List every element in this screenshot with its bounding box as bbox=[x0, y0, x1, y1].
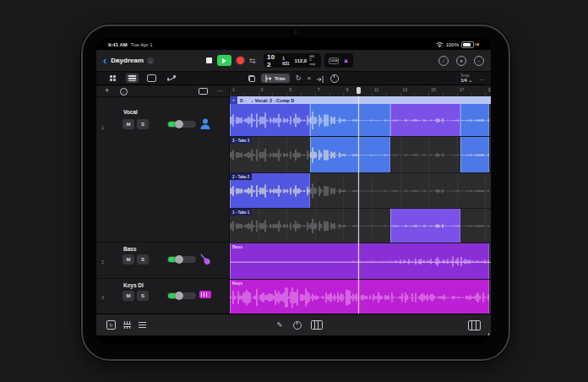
take-label[interactable]: 1 - Take 1 bbox=[230, 209, 252, 216]
volume-slider[interactable] bbox=[167, 256, 196, 263]
ruler-measure: 5 bbox=[289, 87, 291, 92]
track-header-bass[interactable]: 2 Bass M S bbox=[96, 242, 230, 279]
count-in-button[interactable]: 1234 bbox=[329, 57, 340, 64]
settings-icon[interactable]: ● bbox=[456, 56, 466, 66]
stop-button[interactable] bbox=[206, 57, 212, 63]
ruler-measure: 11 bbox=[374, 87, 378, 92]
add-track-button[interactable]: + bbox=[105, 86, 109, 95]
track-options-icon[interactable]: ⌄ bbox=[120, 88, 128, 96]
pencil-editor-icon[interactable]: ✎ bbox=[275, 321, 284, 330]
mute-button[interactable]: M bbox=[122, 254, 134, 265]
bass-region[interactable]: Bass bbox=[230, 243, 491, 280]
lcd-position: 10 2 bbox=[267, 53, 280, 68]
take-lane-3[interactable]: 3 - Take 3 bbox=[230, 137, 491, 173]
volume-slider[interactable] bbox=[167, 121, 196, 128]
toolbar-right-icons: ⁄ ● − bbox=[438, 56, 484, 66]
region-label: Bass bbox=[232, 244, 242, 249]
knob-tool-icon[interactable] bbox=[330, 74, 339, 83]
lcd-signature: 4/4 C maj bbox=[309, 55, 318, 67]
track-header-vocal[interactable]: 1 Vocal M S bbox=[96, 96, 230, 147]
volume-slider[interactable] bbox=[167, 292, 196, 299]
ruler-measure: 19 bbox=[487, 87, 491, 92]
project-title[interactable]: Daydream bbox=[111, 57, 144, 64]
track-number: 3 bbox=[101, 295, 104, 300]
track-header-more-icon[interactable]: … bbox=[217, 86, 224, 92]
back-button[interactable]: ‹ bbox=[103, 57, 106, 65]
track-name: Keys DI bbox=[123, 282, 144, 288]
play-button[interactable] bbox=[217, 55, 231, 66]
screen-chin bbox=[96, 336, 491, 344]
date: Tue Apr 1 bbox=[131, 42, 153, 47]
ruler-measure: 3 bbox=[261, 87, 264, 92]
disable-icon[interactable]: ⁄ bbox=[438, 56, 449, 66]
take-folder-disclosure-icon[interactable]: ▾ bbox=[230, 96, 237, 104]
record-button[interactable] bbox=[237, 57, 244, 64]
ruler-measure: 15 bbox=[431, 87, 436, 92]
waveform bbox=[230, 104, 310, 136]
battery-icon bbox=[461, 41, 474, 48]
regions-view-icon[interactable] bbox=[145, 74, 158, 83]
lcd-display[interactable]: 10 2 1 631 112,0 4/4 C maj bbox=[264, 53, 321, 68]
front-camera bbox=[294, 30, 297, 34]
track-header-keys[interactable]: 3 Keys DI M S bbox=[96, 278, 230, 314]
main-toolbar: ‹ Daydream ⌄ ⇆ 10 2 1 631 112,0 4/4 C ma… bbox=[96, 50, 491, 72]
track-header-tools: + ⌄ … bbox=[96, 85, 230, 97]
playhead-handle[interactable] bbox=[357, 87, 361, 94]
metronome-group: 1234 ▲ bbox=[324, 53, 353, 68]
comp-region-header[interactable]: ▾ D ⌄ ♪ Vocal: 2 - Comp D bbox=[230, 96, 491, 104]
vocal-comp-region[interactable] bbox=[230, 104, 491, 137]
copy-icon[interactable] bbox=[248, 75, 255, 82]
collapse-headers-icon[interactable] bbox=[199, 88, 208, 95]
take-lane-1[interactable]: 1 - Take 1 bbox=[230, 209, 491, 243]
take-lane-2[interactable]: 2 - Take 2 bbox=[230, 173, 491, 209]
keys-region[interactable]: Keys bbox=[230, 280, 491, 315]
region-label: Keys bbox=[232, 281, 242, 286]
metronome-icon[interactable]: ▲ bbox=[342, 57, 349, 64]
take-label[interactable]: 2 - Take 2 bbox=[230, 173, 252, 180]
loop-browser-icon[interactable]: ↻ bbox=[106, 320, 116, 330]
solo-button[interactable]: S bbox=[137, 119, 149, 129]
mute-button[interactable]: M bbox=[122, 291, 134, 301]
comp-selector[interactable]: D bbox=[240, 98, 243, 103]
logic-pro-screen: 9:41 AMTue Apr 1 100% ‹ Daydream ⌄ ⇆ 10 … bbox=[96, 37, 491, 344]
cycle-icon[interactable]: ⇆ bbox=[249, 57, 256, 65]
track-name: Vocal bbox=[123, 109, 138, 115]
browser-view-icon[interactable] bbox=[106, 74, 119, 83]
key-signature: C maj bbox=[309, 58, 318, 66]
plugins-knob-icon[interactable] bbox=[293, 321, 302, 330]
mixer-icon[interactable] bbox=[123, 321, 131, 329]
ruler[interactable]: 135791113151719 bbox=[230, 85, 491, 97]
lcd-tempo: 112,0 bbox=[294, 58, 307, 63]
playhead[interactable] bbox=[358, 96, 359, 314]
loop-tool-icon[interactable]: ↻ bbox=[296, 75, 302, 82]
lcd-subposition: 1 631 bbox=[282, 56, 291, 66]
waveform bbox=[390, 104, 460, 136]
waveform bbox=[230, 280, 489, 314]
split-tool-icon[interactable]: × bbox=[307, 75, 311, 82]
mute-button[interactable]: M bbox=[122, 119, 134, 129]
play-surface-keyboard-icon[interactable] bbox=[468, 320, 481, 330]
join-tool-icon[interactable] bbox=[317, 71, 324, 86]
take-label[interactable]: 3 - Take 3 bbox=[230, 137, 252, 144]
piano-roll-icon[interactable] bbox=[311, 320, 323, 330]
tracks-view-icon[interactable] bbox=[126, 74, 139, 83]
waveform-clip bbox=[460, 104, 489, 136]
control-bar-more-icon[interactable]: … bbox=[480, 75, 487, 81]
waveform bbox=[460, 104, 489, 136]
waveform-clip bbox=[230, 280, 489, 314]
tracks-area: + ⌄ … 1 Vocal M S 2 Bass bbox=[96, 85, 491, 314]
solo-button[interactable]: S bbox=[137, 291, 149, 301]
list-editor-icon[interactable] bbox=[139, 322, 146, 329]
automation-view-icon[interactable] bbox=[165, 74, 177, 83]
trim-icon bbox=[265, 75, 272, 82]
waveform-clip bbox=[230, 243, 489, 279]
project-menu-chevron-icon[interactable]: ⌄ bbox=[147, 57, 154, 64]
waveform-clip bbox=[390, 104, 460, 136]
more-options-icon[interactable]: − bbox=[474, 56, 484, 66]
ruler-measure: 9 bbox=[346, 87, 348, 92]
track-name: Bass bbox=[123, 246, 137, 252]
trim-tool-button[interactable]: Trim bbox=[261, 74, 290, 83]
waveform-clip bbox=[390, 209, 460, 243]
solo-button[interactable]: S bbox=[137, 254, 149, 265]
snap-control[interactable]: Snap 1/4 ⌄ bbox=[460, 74, 472, 83]
